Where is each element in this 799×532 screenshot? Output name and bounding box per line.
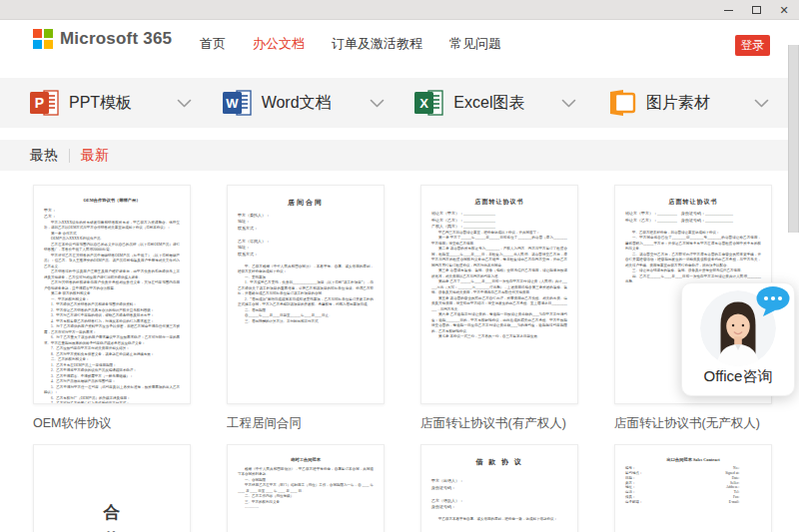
nav-item-home[interactable]: 首页: [200, 35, 226, 53]
document-title-label[interactable]: 店面转让协议书(有产权人): [420, 415, 614, 432]
excel-icon: X: [414, 89, 444, 117]
document-page-title: 居间合同: [238, 198, 374, 207]
document-paragraph: 第四条 乙方于______年____月____日前一次性向甲方支付转让费（人民币…: [431, 279, 567, 296]
document-cell: 居间合同甲方（委托人）：地址：联系方式：乙方（居间人）：地址：联系方式：甲、乙双…: [227, 185, 420, 432]
document-paragraph: 甲乙双方本着平等自愿、诚实信用的原则，经协商一致，达成如下借款协议：: [431, 517, 567, 523]
window-controls: ✕: [721, 0, 791, 20]
document-cell: OEM合作协议书（捆绑产品）甲方：乙方：甲方为XXXX软件的所有研发完善和销售权…: [33, 185, 227, 432]
document-paragraph: 甲、乙双方根据《中华人民共和国合同法》，本着平等、自愿、诚实信用的原则，经双方友…: [238, 264, 374, 274]
main-nav: 首页 办公文档 订单及激活教程 常见问题: [200, 20, 501, 67]
document-cell: 出口合同范本 Sales Contract编号：No.:签约地点：Signed …: [614, 444, 799, 532]
document-paragraph: 甲方聘用乙方在甲方（部门）临时用工（岗位）工作，合同期限为一年，自 ____ 年…: [238, 483, 374, 494]
nav-item-orders[interactable]: 订单及激活教程: [332, 35, 422, 53]
nav-item-faq[interactable]: 常见问题: [449, 35, 501, 53]
chat-bubble-icon: [755, 285, 791, 317]
document-page-title: 店面转让协议书: [625, 198, 761, 207]
minimize-icon[interactable]: [721, 3, 735, 17]
category-ppt[interactable]: P PPT模板: [30, 89, 192, 117]
sort-filter-bar: 最热 最新: [0, 140, 799, 171]
nav-item-office-docs[interactable]: 办公文档: [253, 35, 305, 53]
document-paragraph: 2、“居间成功”是指完成或基本完成前述委托事项，乙方与招标单位签订开发工程的正式…: [238, 296, 374, 307]
document-cell: 借 款 协 议甲方（出借人）：身份证号码：乙方（借款人）：身份证号码：甲乙双方本…: [420, 444, 614, 532]
svg-text:P: P: [35, 95, 44, 111]
document-paragraph: …………: [238, 505, 374, 511]
chevron-down-icon: [561, 99, 576, 108]
svg-text:W: W: [226, 96, 239, 111]
document-page-title: 临时工合同范本: [238, 457, 374, 463]
chat-widget[interactable]: Office咨询: [681, 282, 795, 396]
document-paragraph: 根据《中华人民共和国劳动法》，甲乙双方经平等协商，自愿签订本合同，共同遵守本合同…: [238, 466, 374, 477]
document-pair-line: 电子邮箱：E-mail:: [625, 499, 761, 504]
document-paragraph: 5、对于乙方提供的用户资料甲方应当予以保密，未经乙方同意不得向任何第三方披露，乙…: [44, 324, 180, 335]
document-cell: 合伙经营协议: [33, 444, 227, 532]
vertical-title-text: 合伙经营协议: [44, 499, 180, 532]
document-thumbnail[interactable]: 借 款 协 议甲方（出借人）：身份证号码：乙方（借款人）：身份证号码：甲乙双方本…: [420, 444, 578, 532]
document-thumbnail[interactable]: 出口合同范本 Sales Contract编号：No.:签约地点：Signed …: [614, 444, 772, 532]
category-images[interactable]: 图片素材: [607, 89, 769, 117]
filter-divider: [69, 149, 70, 163]
document-title-label[interactable]: OEM软件协议: [33, 415, 227, 432]
document-paragraph: 5、乙方不得对甲方任一在约定（已约定及以上各类标准等，按所需要项的出入乙方确认）…: [44, 384, 180, 395]
maximize-icon[interactable]: [749, 3, 763, 17]
filter-new[interactable]: 最新: [81, 147, 109, 165]
document-paragraph: 二、该店面交付乙方后，乙方即可办理甲方原有店面的工商营业执照变更手续，并自行开展…: [625, 252, 761, 268]
document-paragraph: 乙方在本协议约定范围内以自己的名义并以自己的品牌（以下简称OEM产品）进行销售推…: [44, 242, 180, 253]
filter-hot[interactable]: 最热: [30, 147, 58, 165]
login-button[interactable]: 登录: [735, 35, 770, 56]
document-thumbnail[interactable]: 临时工合同范本根据《中华人民共和国劳动法》，甲乙双方经平等协商，自愿签订本合同，…: [227, 444, 385, 532]
image-icon: [607, 89, 637, 117]
document-paragraph: 7、乙方可对乙方的推广行为及接受约定支付方式；: [44, 401, 180, 405]
app-window: ✕ Microsoft 365 首页 办公文档 订单及激活教程 常见问题 登录: [0, 0, 799, 532]
category-label: PPT模板: [69, 93, 173, 114]
document-paragraph: 甲方许可乙方在其销售的产品中捆绑销售OEM产品（标不低于）（以下简称捆绑产品）；…: [44, 253, 180, 269]
word-icon: W: [223, 89, 253, 117]
document-page-title: 店面转让协议书: [431, 198, 567, 207]
document-paragraph: 第七条 本协议一式三份，三方各执一份，自三方签字之日起生效。: [431, 334, 567, 340]
document-paragraph: 甲方为XXXX软件的所有研发完善和销售权所有者，甲乙双方为资源整合、优势互补，现…: [44, 220, 180, 231]
microsoft-logo-icon: [33, 29, 53, 49]
brand-name: Microsoft 365: [60, 29, 172, 49]
document-thumbnail[interactable]: 店面转让协议书转让方（甲方）：________________受让方（乙方）：_…: [420, 185, 578, 404]
scrollbar-track[interactable]: [788, 20, 799, 532]
site-header: Microsoft 365 首页 办公文档 订单及激活教程 常见问题 登录: [0, 20, 799, 67]
document-paragraph: 第二条 该店面的所有权证号为________，产权人为丙方。丙方与甲方签订了租赁…: [431, 247, 567, 268]
document-paragraph: 6、对于乙方量大于该当的用户需求建议甲方应按要求处理；乙方可对部分一定的要求、甲…: [44, 335, 180, 346]
scrollbar-thumb[interactable]: [788, 45, 799, 233]
document-paragraph: 一、甲方同意将自己位于________街________号________的店面…: [625, 236, 761, 253]
document-page-title: 出口合同范本 Sales Contract: [625, 457, 761, 463]
document-paragraph: 乙方销售过程中涉及用户注册主及用户维护服务后，由甲方负责的系统提供无上支持及其他…: [44, 269, 180, 280]
brand-logo[interactable]: Microsoft 365: [33, 29, 172, 49]
document-page-title: 借 款 协 议: [431, 457, 567, 466]
document-thumbnail[interactable]: 居间合同甲方（委托人）：地址：联系方式：乙方（居间人）：地址：联系方式：甲、乙双…: [227, 185, 385, 404]
document-paragraph: 乙方对其销售的授权服务向用户负责并承担相应责任义务，其须在约定范围内向用户告知服…: [44, 280, 180, 291]
category-word[interactable]: W Word文档: [223, 89, 385, 117]
document-paragraph: 三、居间报酬的计算方法、支付时间和支付方式: [238, 318, 374, 324]
document-paragraph: 第一条 甲方于______年______月______日前将位于________…: [431, 236, 567, 247]
document-paragraph: 1、甲方接受乙方委托，负责就______________项目（以下简称“该工程项…: [238, 280, 374, 297]
powerpoint-icon: P: [30, 89, 60, 117]
document-paragraph: 第六条 乙方逾期支付转让费的，每逾期一日按转让费总额的____%向甲方支付违约金…: [431, 312, 567, 334]
document-cell: 店面转让协议书转让方（甲方）：________________受让方（乙方）：_…: [420, 185, 614, 432]
chevron-down-icon: [754, 99, 769, 108]
document-cell: 临时工合同范本根据《中华人民共和国劳动法》，甲乙双方经平等协商，自愿签订本合同，…: [227, 444, 420, 532]
document-paragraph: 第三条 店面现有装修、装饰、设备（包括）全部无偿归乙方使用，转让期满后按现状返还…: [431, 268, 567, 279]
close-icon[interactable]: ✕: [777, 3, 791, 17]
category-label: 图片素材: [646, 93, 750, 114]
category-label: Excel图表: [453, 93, 557, 114]
document-thumbnail[interactable]: OEM合作协议书（捆绑产品）甲方：乙方：甲方为XXXX软件的所有研发完善和销售权…: [33, 185, 191, 404]
svg-text:X: X: [419, 96, 428, 111]
category-excel[interactable]: X Excel图表: [414, 89, 576, 117]
document-title-label[interactable]: 工程居间合同: [227, 415, 420, 432]
category-label: Word文档: [262, 93, 366, 114]
chat-label: Office咨询: [682, 367, 794, 386]
chevron-down-icon: [177, 99, 192, 108]
chevron-down-icon: [370, 99, 385, 108]
document-page-title: OEM合作协议书（捆绑产品）: [44, 198, 180, 204]
document-title-label[interactable]: 店面转让协议书(无产权人): [614, 415, 799, 432]
document-paragraph: 第五条 该店面的营业执照由乙方自行办理，所需费用由乙方负担。相关的水费、电费及其…: [431, 295, 567, 312]
document-thumbnail[interactable]: 合伙经营协议: [33, 444, 191, 532]
category-bar: P PPT模板 W Word文档: [0, 78, 799, 128]
window-titlebar: ✕: [0, 0, 799, 20]
